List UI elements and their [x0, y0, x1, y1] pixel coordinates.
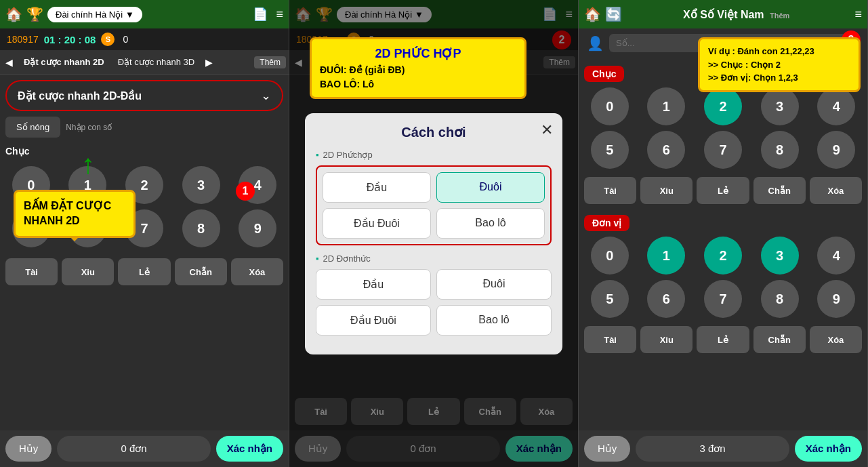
donvi-btn-9-p3[interactable]: 9 — [817, 280, 855, 318]
tab-row-p1: ◀ Đặt cược nhanh 2D Đặt cược nhanh 3D ▶ … — [0, 50, 289, 75]
modal-section1-p2: 2D Phứchợp — [316, 150, 552, 160]
donvi-le-p3[interactable]: Lẻ — [697, 326, 749, 353]
donvi-xiu-p3[interactable]: Xiu — [640, 326, 693, 353]
chuc-btn-5-p3[interactable]: 5 — [591, 131, 629, 169]
bet-dropdown-p1[interactable]: Đặt cược nhanh 2D-Đầu ⌄ — [5, 80, 283, 111]
btn-chan-p1[interactable]: Chẵn — [175, 258, 227, 285]
bet-dropdown-text-p1: Đặt cược nhanh 2D-Đầu — [18, 89, 142, 102]
donvi-btn-7-p3[interactable]: 7 — [704, 280, 742, 318]
chuc-btn-6-p3[interactable]: 6 — [647, 131, 685, 169]
tooltip-line2-p3: >> Chục : Chọn 2 — [708, 58, 850, 72]
btn-huy-p1[interactable]: Hủy — [5, 436, 51, 462]
btn-huy-p3[interactable]: Hủy — [584, 436, 630, 462]
donvi-chan-p3[interactable]: Chẵn — [753, 326, 806, 353]
donvi-btn-2-p3[interactable]: 2 — [704, 237, 742, 275]
panel3-header: 🏠 🔄 Xổ Số Việt Nam Thêm ≡ — [579, 0, 867, 28]
dropdown-p1[interactable]: Đài chính Hà Nội ▼ — [47, 7, 142, 22]
modal-box-p2: Cách chơi ✕ 2D Phứchợp Đầu Đuôi Đầu Đuôi… — [305, 113, 562, 354]
chuc-btn-4-p3[interactable]: 4 — [817, 87, 855, 125]
btn-don-p3: 3 đơn — [636, 436, 789, 462]
menu-icon-p1[interactable]: ≡ — [276, 7, 283, 22]
modal-opt-dauduoi-p2[interactable]: Đầu Đuôi — [323, 208, 431, 239]
tab-2d-p1[interactable]: Đặt cược nhanh 2D — [18, 54, 110, 70]
tooltip-line2-p2: ĐUÔI: Đề (giải ĐB) — [320, 63, 516, 77]
chuc-btn-7-p3[interactable]: 7 — [704, 131, 742, 169]
btn-xiu-p1[interactable]: Xiu — [62, 258, 114, 285]
chuc-xiu-p3[interactable]: Xiu — [640, 177, 693, 204]
btn-9-chuc-p1[interactable]: 9 — [239, 209, 276, 247]
donvi-btn-3-p3[interactable]: 3 — [761, 237, 799, 275]
tooltip-title-p2: 2D PHỨC HỢP — [320, 45, 516, 63]
chuc-chan-p3[interactable]: Chẵn — [753, 177, 806, 204]
so-nong-btn-p1[interactable]: Số nóng — [5, 117, 60, 138]
chuc-tai-p3[interactable]: Tài — [584, 177, 636, 204]
doc-icon-p1[interactable]: 📄 — [253, 7, 268, 22]
bet-area-p1: Đặt cược nhanh 2D-Đầu ⌄ Số nóng Nhập con… — [0, 75, 289, 430]
chuc-btn-1-p3[interactable]: 1 — [647, 87, 685, 125]
donvi-btn-8-p3[interactable]: 8 — [761, 280, 799, 318]
xoso-them-p3[interactable]: Thêm — [770, 12, 789, 20]
tooltip-p1: BẤM ĐẶT CƯỢC NHANH 2D — [14, 190, 136, 238]
tab-arrow-left-p1[interactable]: ◀ — [3, 56, 16, 69]
donvi-btn-4-p3[interactable]: 4 — [817, 237, 855, 275]
xoso-title-text-p3: Xổ Số Việt Nam — [683, 9, 764, 20]
donvi-btn-5-p3[interactable]: 5 — [591, 280, 629, 318]
btn-8-chuc-p1[interactable]: 8 — [182, 209, 220, 247]
btn-tai-p1[interactable]: Tài — [5, 258, 58, 285]
timer-row-p1: 180917 01 : 20 : 08 S 0 — [0, 28, 289, 50]
tab-arrow-right-p1[interactable]: ▶ — [203, 56, 215, 69]
chuc-btn-0-p3[interactable]: 0 — [591, 87, 629, 125]
chuc-btn-9-p3[interactable]: 9 — [817, 131, 855, 169]
panel1-header: 🏠 🏆 Đài chính Hà Nội ▼ 📄 ≡ — [0, 0, 289, 28]
donvi-actions-p3: Tài Xiu Lẻ Chẵn Xóa — [584, 323, 862, 356]
refresh-icon-p3[interactable]: 🔄 — [605, 6, 622, 22]
chuc-badge-p3: Chục — [584, 66, 624, 82]
tab-3d-p1[interactable]: Đặt cược nhanh 3D — [112, 54, 201, 70]
modal-opt-dau-p2[interactable]: Đầu — [323, 172, 431, 203]
donvi-section-p3: Đơn vị 0 1 2 3 4 5 6 7 8 9 Tài Xiu Lẻ Ch… — [584, 212, 862, 356]
tooltip-line3-p2: BAO LÔ: Lô — [320, 77, 516, 92]
btn-3-chuc-p1[interactable]: 3 — [182, 166, 220, 204]
arrow-up-p1: ↑ — [81, 149, 95, 180]
modal-close-p2[interactable]: ✕ — [541, 121, 553, 139]
modal-opt2-duoi-p2[interactable]: Đuôi — [436, 269, 552, 300]
tooltip-phuchop-p2: 2D PHỨC HỢP ĐUÔI: Đề (giải ĐB) BAO LÔ: L… — [310, 37, 526, 99]
chuc-le-p3[interactable]: Lẻ — [697, 177, 749, 204]
btn-xacnhan-p3[interactable]: Xác nhận — [795, 436, 862, 462]
donvi-xoa-p3[interactable]: Xóa — [810, 326, 862, 353]
timer-zero-p1: 0 — [123, 34, 128, 45]
donvi-btn-1-p3[interactable]: 1 — [647, 237, 685, 275]
chuc-xoa-p3[interactable]: Xóa — [810, 177, 862, 204]
user-icon-p3: 👤 — [587, 35, 604, 52]
chuc-btn-3-p3[interactable]: 3 — [761, 87, 799, 125]
menu-icon-p3[interactable]: ≡ — [854, 7, 862, 22]
chuc-btn-8-p3[interactable]: 8 — [761, 131, 799, 169]
dropdown-text-p1: Đài chính Hà Nội — [56, 9, 123, 20]
modal-opt2-baolo-p2[interactable]: Bao lô — [436, 305, 552, 336]
btn-xacnhan-p1[interactable]: Xác nhận — [216, 436, 283, 462]
panel-3: 🏠 🔄 Xổ Số Việt Nam Thêm ≡ Ví dụ : Đánh c… — [579, 0, 868, 467]
bet-dropdown-arrow-p1: ⌄ — [261, 88, 271, 103]
chuc-numpad-p3: 0 1 2 3 4 5 6 7 8 9 — [584, 85, 862, 171]
tooltip-line1-p3: Ví dụ : Đánh con 21,22,23 — [708, 45, 850, 58]
modal-opt2-dau-p2[interactable]: Đầu — [316, 269, 431, 300]
tooltip-line1-p1: BẤM ĐẶT CƯỢC — [24, 199, 125, 214]
panel-2: 🏠 🏆 Đài chính Hà Nội ▼ 📄 ≡ 180917 ... S … — [289, 0, 579, 467]
donvi-tai-p3[interactable]: Tài — [584, 326, 636, 353]
btn-xoa-p1[interactable]: Xóa — [231, 258, 283, 285]
modal-opt-duoi-p2[interactable]: Đuôi — [436, 172, 545, 203]
tab-them-p1[interactable]: Thêm — [254, 56, 286, 68]
trophy-icon-p1[interactable]: 🏆 — [26, 6, 43, 22]
bottom-bar-p3: Hủy 3 đơn Xác nhận — [579, 430, 867, 467]
chuc-btn-2-p3[interactable]: 2 — [704, 87, 742, 125]
btn-le-p1[interactable]: Lẻ — [118, 258, 170, 285]
home-icon-p3[interactable]: 🏠 — [584, 6, 601, 22]
modal-opt-baolo-p2[interactable]: Bao lô — [436, 208, 545, 239]
modal-opt2-dauduoi-p2[interactable]: Đầu Đuôi — [316, 305, 431, 336]
donvi-numpad-p3: 0 1 2 3 4 5 6 7 8 9 — [584, 234, 862, 321]
home-icon-p1[interactable]: 🏠 — [5, 6, 22, 22]
donvi-btn-6-p3[interactable]: 6 — [647, 280, 685, 318]
so-nong-row-p1: Số nóng Nhập con số — [5, 117, 283, 138]
donvi-badge-p3: Đơn vị — [584, 215, 629, 231]
donvi-btn-0-p3[interactable]: 0 — [591, 237, 629, 275]
